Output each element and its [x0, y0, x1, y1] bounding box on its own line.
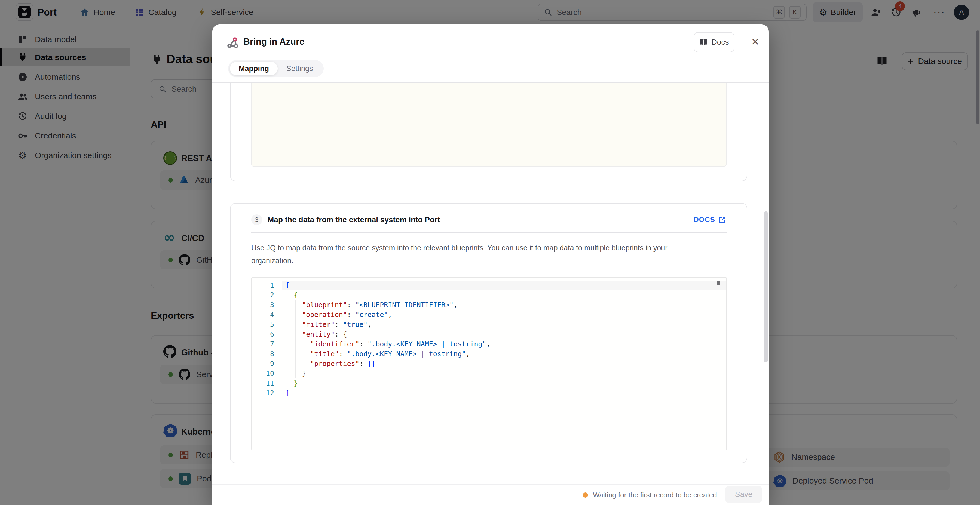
modal-scrollbar-thumb[interactable] — [764, 211, 768, 362]
save-button[interactable]: Save — [725, 486, 762, 503]
code-line[interactable]: 11 } — [252, 378, 726, 388]
close-icon[interactable]: × — [748, 34, 763, 49]
previous-step-card — [230, 83, 747, 181]
code-line[interactable]: 2 { — [252, 290, 726, 300]
bring-in-azure-modal: Bring in Azure Docs × Mapping Settings 3… — [212, 24, 769, 505]
overview-ruler-mark — [717, 281, 720, 285]
code-line[interactable]: 1[ — [252, 281, 726, 290]
modal-docs-button[interactable]: Docs — [694, 32, 735, 52]
modal-tabs: Mapping Settings — [228, 60, 324, 77]
line-number: 11 — [252, 378, 282, 388]
line-number: 6 — [252, 329, 282, 339]
code-line[interactable]: 8 "title": ".body.<KEY_NAME> | tostring"… — [252, 349, 726, 359]
code-line[interactable]: 6 "entity": { — [252, 329, 726, 339]
editor-minimap-border — [711, 278, 712, 450]
docs-link-label: DOCS — [694, 216, 715, 224]
line-number: 2 — [252, 290, 282, 300]
step-docs-link[interactable]: DOCS — [694, 216, 726, 224]
line-number: 9 — [252, 359, 282, 369]
line-number: 1 — [252, 281, 282, 290]
modal-title: Bring in Azure — [243, 37, 304, 47]
line-number: 12 — [252, 388, 282, 398]
step-number-badge: 3 — [251, 214, 262, 225]
waiting-status-text: Waiting for the first record to be creat… — [593, 491, 717, 499]
code-line[interactable]: 4 "operation": "create", — [252, 310, 726, 320]
line-number: 5 — [252, 320, 282, 329]
code-line[interactable]: 3 "blueprint": "<BLUEPRINT_IDENTIFIER>", — [252, 300, 726, 310]
line-number: 8 — [252, 349, 282, 359]
step-title: Map the data from the external system in… — [267, 216, 440, 224]
modal-docs-label: Docs — [711, 38, 729, 46]
code-line[interactable]: 5 "filter": "true", — [252, 320, 726, 329]
step-divider — [251, 232, 727, 233]
line-number: 4 — [252, 310, 282, 320]
external-link-icon — [718, 216, 726, 224]
code-editor-lines: 1[2 {3 "blueprint": "<BLUEPRINT_IDENTIFI… — [252, 281, 726, 398]
code-line[interactable]: 12] — [252, 388, 726, 398]
step-description: Use JQ to map data from the source syste… — [251, 241, 709, 267]
status-dot-orange — [583, 492, 588, 498]
code-line[interactable]: 10 } — [252, 369, 726, 378]
modal-footer: Waiting for the first record to be creat… — [212, 484, 769, 505]
page-scrollbar-thumb[interactable] — [976, 30, 980, 124]
code-line[interactable]: 7 "identifier": ".body.<KEY_NAME> | tost… — [252, 339, 726, 349]
step-3-card: 3 Map the data from the external system … — [230, 203, 747, 463]
tab-mapping[interactable]: Mapping — [230, 62, 278, 75]
book-icon — [699, 38, 708, 46]
tab-settings[interactable]: Settings — [278, 62, 322, 75]
line-number: 7 — [252, 339, 282, 349]
code-line[interactable]: 9 "properties": {} — [252, 359, 726, 369]
webhook-icon — [226, 37, 240, 51]
jq-mapping-code-editor[interactable]: 1[2 {3 "blueprint": "<BLUEPRINT_IDENTIFI… — [251, 277, 727, 450]
line-number: 3 — [252, 300, 282, 310]
previous-step-editor[interactable] — [251, 83, 727, 167]
line-number: 10 — [252, 369, 282, 378]
